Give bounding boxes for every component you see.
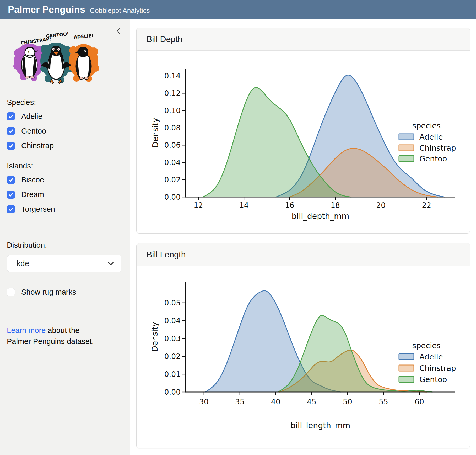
- y-tick-label: 0.03: [164, 334, 181, 343]
- bill-depth-plot: 1214161820220.000.020.040.060.080.100.12…: [137, 51, 470, 233]
- legend-title: species: [412, 121, 441, 130]
- app-title: Palmer Penguins: [8, 4, 85, 15]
- x-tick-label: 50: [343, 398, 352, 406]
- checkbox-dream[interactable]: [7, 191, 15, 199]
- x-axis-label: bill_depth_mm: [292, 211, 349, 221]
- checkbox-label-adelie: Adelie: [21, 112, 42, 121]
- y-axis-label: Density: [151, 118, 160, 148]
- checkbox-gentoo[interactable]: [7, 127, 15, 135]
- checkbox-row-torgersen[interactable]: Torgersen: [7, 205, 123, 214]
- distribution-group: Distribution: kde: [7, 241, 123, 272]
- bill-length-card-header: Bill Length: [137, 243, 470, 266]
- legend-title: species: [412, 341, 441, 350]
- checkbox-label-torgersen: Torgersen: [21, 205, 55, 214]
- legend-swatch-Chinstrap: [399, 145, 414, 151]
- y-tick-label: 0.08: [164, 124, 181, 132]
- chevron-down-icon: [107, 261, 114, 266]
- legend-swatch-Gentoo: [399, 376, 414, 382]
- checkbox-row-biscoe[interactable]: Biscoe: [7, 176, 123, 184]
- legend-swatch-Gentoo: [399, 156, 414, 162]
- checkbox-torgersen[interactable]: [7, 205, 15, 213]
- y-tick-label: 0.14: [164, 72, 181, 80]
- y-tick-label: 0.12: [164, 89, 181, 98]
- x-tick-label: 22: [422, 201, 431, 210]
- sidebar: CHINSTRAP! GENTOO! ADÉLIE! Species: Adel…: [0, 19, 130, 455]
- check-icon: [9, 115, 13, 118]
- x-tick-label: 20: [376, 201, 386, 210]
- artwork-label-gentoo: GENTOO!: [46, 31, 69, 39]
- checkbox-biscoe[interactable]: [7, 176, 15, 184]
- app-subtitle: Cobblepot Analytics: [90, 7, 150, 15]
- sidebar-footer: Learn more about the Palmer Penguins dat…: [7, 325, 99, 347]
- checkbox-label-biscoe: Biscoe: [21, 176, 44, 184]
- legend-swatch-Adelie: [399, 354, 414, 360]
- x-tick-label: 30: [199, 398, 209, 406]
- y-tick-label: 0.05: [164, 299, 181, 307]
- chevron-left-icon: [116, 27, 122, 35]
- islands-group-label: Islands:: [7, 162, 123, 170]
- checkbox-label-rug: Show rug marks: [21, 288, 76, 297]
- x-tick-label: 16: [285, 201, 294, 210]
- check-icon: [9, 129, 13, 133]
- check-icon: [9, 208, 13, 211]
- checkbox-row-adelie[interactable]: Adelie: [7, 112, 123, 121]
- app-header: Palmer Penguins Cobblepot Analytics: [0, 0, 476, 19]
- checkbox-row-gentoo[interactable]: Gentoo: [7, 127, 123, 135]
- y-tick-label: 0.01: [164, 370, 181, 379]
- y-tick-label: 0.00: [164, 388, 181, 396]
- legend-swatch-Adelie: [399, 134, 414, 140]
- check-icon: [9, 193, 13, 197]
- bill-depth-chart: 1214161820220.000.020.040.060.080.100.12…: [137, 51, 470, 233]
- y-tick-label: 0.02: [164, 176, 181, 184]
- y-tick-label: 0.02: [164, 352, 181, 361]
- bill-length-card-title: Bill Length: [147, 250, 186, 260]
- bill-depth-card: Bill Depth 1214161820220.000.020.040.060…: [136, 28, 470, 234]
- x-tick-label: 55: [379, 398, 388, 406]
- y-tick-label: 0.00: [164, 193, 181, 202]
- bill-depth-card-header: Bill Depth: [137, 28, 470, 51]
- y-tick-label: 0.06: [164, 141, 181, 150]
- distribution-label: Distribution:: [7, 241, 123, 250]
- artwork-label-adelie: ADÉLIE!: [74, 33, 94, 40]
- legend-label-Gentoo: Gentoo: [419, 154, 447, 163]
- legend-label-Adelie: Adelie: [419, 133, 443, 141]
- penguin-artwork: CHINSTRAP! GENTOO! ADÉLIE!: [9, 24, 123, 86]
- checkbox-adelie[interactable]: [7, 112, 15, 120]
- x-tick-label: 14: [239, 201, 249, 210]
- checkbox-row-dream[interactable]: Dream: [7, 190, 123, 199]
- y-tick-label: 0.04: [164, 158, 181, 167]
- bill-length-plot: 303540455055600.000.010.020.030.040.05bi…: [137, 266, 470, 448]
- species-group: Species: Adelie Gentoo Chinstrap: [7, 98, 123, 150]
- checkbox-rug[interactable]: [7, 288, 15, 296]
- y-axis-label: Density: [150, 322, 159, 352]
- x-tick-label: 35: [235, 398, 245, 406]
- legend-label-Chinstrap: Chinstrap: [419, 144, 456, 152]
- islands-group: Islands: Biscoe Dream Torgersen: [7, 162, 123, 214]
- y-tick-label: 0.10: [164, 106, 181, 115]
- checkbox-chinstrap[interactable]: [7, 142, 15, 150]
- checkbox-label-chinstrap: Chinstrap: [21, 141, 54, 150]
- x-tick-label: 40: [271, 398, 280, 406]
- species-group-label: Species:: [7, 98, 123, 107]
- learn-more-link[interactable]: Learn more: [7, 326, 46, 335]
- legend-label-Adelie: Adelie: [419, 352, 443, 361]
- checkbox-row-chinstrap[interactable]: Chinstrap: [7, 141, 123, 150]
- x-axis-label: bill_length_mm: [290, 421, 350, 430]
- sidebar-collapse-button[interactable]: [114, 26, 123, 36]
- legend-label-Chinstrap: Chinstrap: [419, 364, 456, 373]
- x-tick-label: 18: [331, 201, 340, 210]
- bill-depth-card-title: Bill Depth: [147, 34, 182, 44]
- x-tick-label: 45: [307, 398, 316, 406]
- x-tick-label: 60: [415, 398, 424, 406]
- distribution-select[interactable]: kde: [7, 255, 121, 272]
- check-icon: [9, 178, 13, 182]
- checkbox-row-rug[interactable]: Show rug marks: [7, 288, 123, 297]
- check-icon: [9, 144, 13, 148]
- distribution-selected-value: kde: [17, 259, 107, 268]
- y-tick-label: 0.04: [164, 316, 181, 325]
- main-content: Bill Depth 1214161820220.000.020.040.060…: [130, 19, 476, 455]
- legend-label-Gentoo: Gentoo: [419, 375, 447, 384]
- checkbox-label-dream: Dream: [21, 190, 44, 199]
- bill-length-chart: 303540455055600.000.010.020.030.040.05bi…: [137, 266, 470, 448]
- checkbox-label-gentoo: Gentoo: [21, 127, 46, 135]
